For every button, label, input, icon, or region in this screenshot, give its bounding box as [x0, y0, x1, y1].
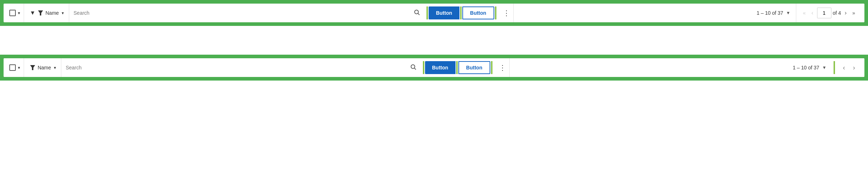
green-divider-middle: [460, 6, 462, 19]
toolbar2-funnel-icon: [30, 65, 36, 70]
toolbar2-select-all-checkbox[interactable]: [9, 64, 16, 71]
toolbar2-per-page-dropdown-arrow-icon: ▼: [822, 65, 826, 70]
toolbar2-page-prev-button[interactable]: ‹: [839, 63, 849, 73]
toolbar2-more-options[interactable]: ⋮: [496, 58, 510, 77]
per-page-label: 1 – 10 of 37: [757, 10, 783, 16]
filter-icon: ▼: [30, 10, 36, 16]
section-gap: [0, 26, 868, 55]
more-options-icon[interactable]: ⋮: [503, 9, 510, 17]
page-prev-button[interactable]: ‹: [809, 8, 815, 18]
toolbar2-page-nav: ‹ ›: [836, 63, 862, 73]
page-first-button[interactable]: «: [801, 9, 808, 17]
select-all-checkbox[interactable]: [9, 10, 16, 16]
more-options[interactable]: ⋮: [500, 4, 514, 22]
green-divider-right: [495, 6, 496, 19]
toolbar2-page-next-button[interactable]: ›: [849, 63, 859, 73]
filter-area[interactable]: ▼ Name ▼: [25, 4, 69, 22]
toolbar2-wrapper: ▼ Name ▼ Button Button: [0, 55, 868, 81]
svg-point-1: [415, 10, 419, 14]
page-last-button[interactable]: »: [850, 9, 857, 17]
primary-button[interactable]: Button: [429, 6, 459, 19]
search-icon[interactable]: [414, 9, 420, 17]
toolbar2-green-accent-bar: [834, 61, 835, 74]
toolbar2-primary-button[interactable]: Button: [425, 61, 456, 74]
select-all-chevron-icon[interactable]: ▼: [17, 11, 21, 15]
search-area: [71, 4, 423, 22]
svg-marker-0: [38, 10, 43, 15]
outline-button[interactable]: Button: [462, 6, 494, 19]
svg-line-5: [414, 68, 416, 69]
page-nav: « ‹ of 4 › »: [796, 8, 862, 18]
page-of-text: of 4: [833, 10, 841, 16]
toolbar2-outline-button[interactable]: Button: [458, 61, 490, 74]
toolbar1: ▼ ▼ Name ▼ Button: [4, 4, 864, 22]
toolbar2-per-page-selector[interactable]: 1 – 10 of 37 ▼: [787, 58, 832, 77]
select-all-area[interactable]: ▼: [6, 4, 24, 22]
toolbar2-green-divider-left: [423, 61, 424, 74]
buttons-area: Button Button: [424, 4, 498, 22]
toolbar2-filter-chevron-icon[interactable]: ▼: [53, 66, 57, 70]
toolbar2-select-all-chevron-icon[interactable]: ▼: [17, 66, 21, 70]
page-next-button[interactable]: ›: [843, 8, 849, 18]
filter-chevron-icon[interactable]: ▼: [61, 11, 65, 15]
green-divider-left: [426, 6, 428, 19]
page-number-input[interactable]: [817, 8, 831, 18]
funnel-icon: [38, 10, 43, 16]
per-page-selector[interactable]: 1 – 10 of 37 ▼: [751, 4, 797, 22]
svg-point-4: [411, 65, 415, 69]
per-page-dropdown-arrow-icon: ▼: [786, 10, 791, 15]
toolbar2-select-all-area[interactable]: ▼: [6, 58, 24, 77]
toolbar2-green-divider-right: [491, 61, 492, 74]
toolbar2-per-page-label: 1 – 10 of 37: [793, 65, 819, 70]
toolbar2-search-area: [63, 58, 419, 77]
filter-label[interactable]: Name: [46, 10, 59, 16]
toolbar2-more-options-icon[interactable]: ⋮: [499, 63, 506, 72]
toolbar1-wrapper: ▼ ▼ Name ▼ Button: [0, 0, 868, 26]
toolbar2: ▼ Name ▼ Button Button: [4, 58, 864, 77]
toolbar2-filter-area[interactable]: Name ▼: [25, 58, 61, 77]
toolbar2-buttons-area: Button Button: [421, 58, 495, 77]
toolbar2-search-icon[interactable]: [410, 64, 416, 72]
svg-line-2: [418, 13, 420, 15]
toolbar2-filter-label[interactable]: Name: [38, 65, 51, 70]
search-input[interactable]: [74, 10, 414, 16]
toolbar2-green-divider-middle: [456, 61, 458, 74]
toolbar2-search-input[interactable]: [66, 65, 410, 70]
svg-marker-3: [30, 65, 35, 70]
